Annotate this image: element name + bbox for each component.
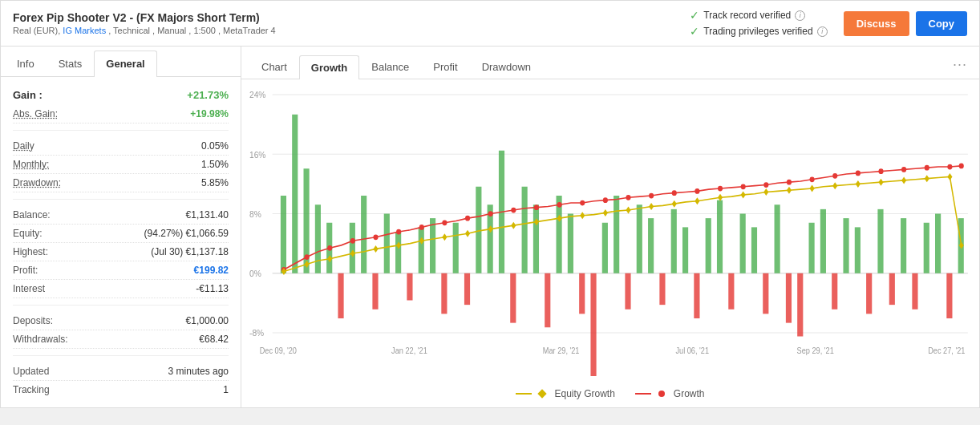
abs-gain-label: Abs. Gain: (13, 108, 58, 119)
withdrawals-value: €68.42 (199, 334, 229, 345)
svg-point-88 (557, 202, 562, 208)
balance-row: Balance: €1,131.40 (13, 206, 229, 225)
svg-rect-73 (935, 214, 941, 273)
copy-button[interactable]: Copy (916, 11, 968, 36)
trading-info-icon[interactable]: i (817, 26, 828, 37)
svg-point-78 (327, 245, 332, 251)
svg-rect-46 (625, 273, 630, 310)
chart-tab-drawdown[interactable]: Drawdown (470, 55, 543, 79)
header-buttons: Discuss Copy (844, 11, 967, 36)
equity-value: (94.27%) €1,066.59 (144, 228, 229, 239)
svg-marker-131 (832, 182, 837, 189)
svg-point-82 (419, 225, 424, 230)
tab-stats[interactable]: Stats (47, 51, 95, 76)
stats-content: Gain : +21.73% Abs. Gain: +19.98% Daily … (1, 77, 241, 407)
svg-point-85 (488, 211, 493, 217)
svg-text:Dec 27, '21: Dec 27, '21 (928, 346, 965, 355)
svg-point-91 (626, 195, 630, 200)
discuss-button[interactable]: Discuss (844, 11, 909, 36)
equity-row: Equity: (94.27%) €1,066.59 (13, 225, 229, 243)
svg-marker-121 (603, 209, 608, 217)
tab-info[interactable]: Info (5, 51, 47, 76)
chart-tab-growth[interactable]: Growth (299, 55, 360, 79)
legend-equity-growth: Equity Growth (516, 388, 614, 399)
svg-rect-17 (292, 115, 298, 273)
svg-rect-24 (372, 273, 378, 310)
svg-rect-47 (637, 204, 642, 273)
chart-tab-chart[interactable]: Chart (249, 55, 299, 79)
legend-growth-label: Growth (674, 388, 705, 399)
svg-rect-50 (671, 209, 677, 273)
svg-text:16%: 16% (249, 149, 266, 160)
svg-rect-62 (809, 223, 815, 273)
svg-point-96 (741, 184, 746, 189)
check-icon-track: ✓ (690, 9, 699, 22)
chart-legend: Equity Growth Growth (241, 384, 979, 407)
svg-marker-120 (580, 212, 585, 219)
svg-rect-39 (545, 273, 550, 328)
svg-point-79 (350, 238, 355, 244)
svg-marker-117 (511, 222, 516, 229)
svg-point-92 (649, 193, 654, 199)
highest-label: Highest: (13, 246, 48, 257)
svg-point-83 (442, 220, 447, 225)
track-verified: ✓ Track record verified i (690, 9, 827, 22)
chart-tab-profit[interactable]: Profit (421, 55, 469, 79)
withdrawals-row: Withdrawals: €68.42 (13, 330, 229, 349)
svg-point-89 (580, 200, 585, 206)
svg-point-106 (959, 164, 964, 169)
svg-rect-48 (648, 218, 654, 273)
svg-marker-125 (695, 197, 699, 204)
svg-point-93 (672, 190, 677, 196)
tab-general[interactable]: General (94, 51, 156, 77)
svg-point-98 (787, 180, 792, 185)
svg-rect-60 (786, 273, 792, 323)
svg-rect-30 (441, 273, 447, 314)
left-tabs: Info Stats General (1, 47, 241, 77)
svg-point-101 (856, 171, 861, 176)
updated-value: 3 minutes ago (168, 366, 229, 377)
svg-rect-51 (682, 227, 688, 273)
svg-rect-21 (338, 273, 343, 318)
svg-rect-72 (924, 223, 929, 273)
svg-rect-70 (901, 218, 906, 273)
drawdown-row: Drawdown: 5.85% (13, 174, 229, 192)
svg-text:Dec 09, '20: Dec 09, '20 (260, 346, 297, 355)
deposits-row: Deposits: €1,000.00 (13, 312, 229, 330)
updated-label: Updated (13, 366, 49, 377)
monthly-label: Monthly: (13, 159, 49, 170)
drawdown-label: Drawdown: (13, 177, 61, 188)
svg-rect-74 (946, 273, 952, 318)
svg-marker-115 (465, 230, 470, 237)
svg-rect-42 (579, 273, 585, 314)
svg-point-84 (465, 216, 470, 221)
svg-point-95 (718, 186, 723, 192)
svg-rect-56 (740, 214, 746, 273)
svg-point-103 (901, 167, 906, 172)
svg-rect-37 (522, 187, 528, 273)
tracking-value: 1 (223, 384, 229, 395)
svg-marker-132 (856, 180, 861, 188)
svg-point-77 (305, 254, 310, 260)
daily-value: 0.05% (201, 140, 229, 152)
legend-growth: Growth (635, 388, 705, 399)
svg-rect-58 (763, 273, 768, 314)
svg-marker-111 (373, 245, 378, 253)
svg-point-104 (925, 165, 929, 171)
svg-text:0%: 0% (249, 269, 261, 279)
profit-row: Profit: €199.82 (13, 261, 229, 280)
check-icon-trading: ✓ (690, 25, 699, 38)
daily-label: Daily (13, 140, 34, 152)
broker-link[interactable]: IG Markets (63, 26, 106, 35)
chart-area: 24% 16% 8% 0% -8% Dec 09, '20 Jan 22, '2… (241, 79, 979, 384)
abs-gain-row: Abs. Gain: +19.98% (13, 105, 229, 123)
chart-tab-balance[interactable]: Balance (359, 55, 421, 79)
track-info-icon[interactable]: i (795, 10, 805, 21)
svg-point-86 (511, 208, 516, 213)
svg-rect-16 (281, 196, 286, 273)
svg-rect-41 (568, 214, 573, 273)
svg-rect-22 (350, 223, 355, 273)
svg-rect-49 (659, 273, 665, 305)
profit-label: Profit: (13, 265, 38, 276)
chart-menu-button[interactable]: ··· (949, 52, 971, 77)
